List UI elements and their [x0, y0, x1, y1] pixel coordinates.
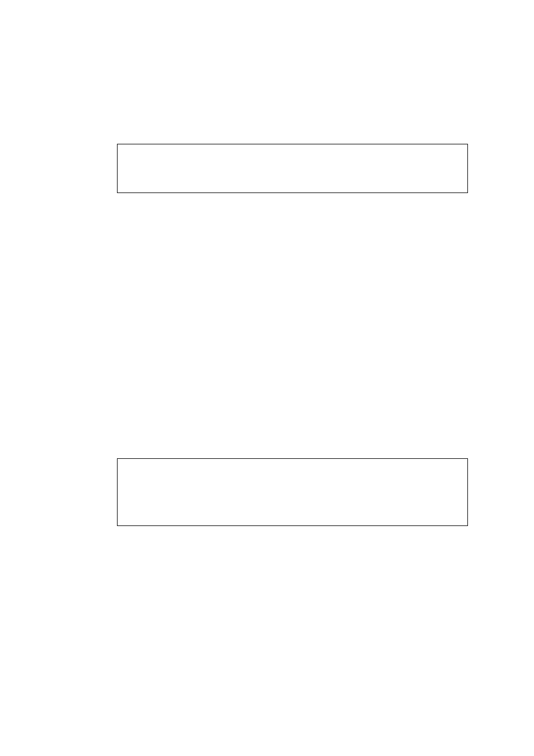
outlined-box-upper	[117, 144, 468, 193]
outlined-box-lower	[117, 458, 468, 526]
